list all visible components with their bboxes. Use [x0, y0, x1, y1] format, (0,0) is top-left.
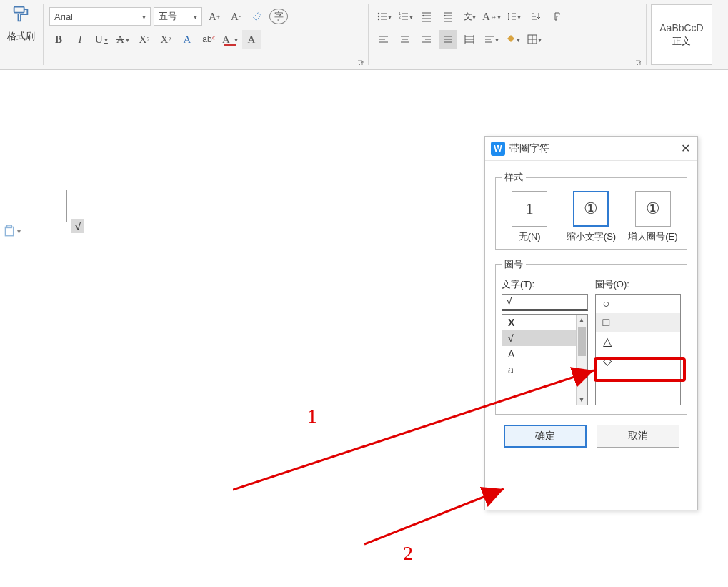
style-enlarge-preview: ① — [635, 191, 671, 227]
shape-column: 圈号(O): ○ □ △ ◇ — [595, 278, 682, 405]
underline-button[interactable]: U▾ — [92, 30, 111, 49]
font-name-value: Arial — [54, 11, 73, 22]
list-item[interactable]: ◇ — [596, 351, 681, 370]
cursor-marker — [66, 190, 67, 222]
clear-format-button[interactable] — [248, 7, 266, 26]
scroll-thumb[interactable] — [578, 327, 586, 356]
font-size-dropdown[interactable]: 五号 ▾ — [154, 7, 202, 26]
style-option-shrink[interactable]: ① 缩小文字(S) — [563, 191, 619, 243]
style-shrink-label: 缩小文字(S) — [563, 231, 619, 243]
dialog-title: 带圈字符 — [509, 142, 549, 155]
char-scale-button[interactable]: A↔▾ — [482, 7, 502, 26]
style-gallery[interactable]: AaBbCcD 正文 — [651, 4, 712, 65]
text-options-list[interactable]: X √ A a ▲ ▼ — [502, 314, 588, 405]
text-direction-button[interactable]: 文▾ — [460, 7, 479, 26]
enclose-group-label: 圈号 — [502, 258, 526, 271]
sort-button[interactable] — [526, 7, 544, 26]
enclose-group: 圈号 文字(T): X √ A a ▲ ▼ — [495, 258, 687, 415]
style-option-enlarge[interactable]: ① 增大圈号(E) — [625, 191, 681, 243]
dialog-titlebar: W 带圈字符 ✕ — [485, 137, 697, 161]
list-item[interactable]: √ — [502, 330, 587, 346]
superscript-button[interactable]: X2 — [135, 30, 154, 49]
paragraph-group: ▾ 12▾ 文▾ A↔▾ ▾ ▾ ▾ ▾ — [370, 0, 644, 69]
enclose-char-dialog: W 带圈字符 ✕ 样式 1 无(N) ① 缩小文字(S) ① 增大圈号(E) — [484, 136, 698, 510]
paragraph-group-launcher-icon[interactable] — [634, 59, 643, 68]
shrink-font-button[interactable]: A- — [226, 7, 245, 26]
list-item[interactable]: X — [502, 315, 587, 330]
svg-point-1 — [377, 13, 379, 14]
text-effects-button[interactable]: A — [178, 30, 196, 49]
list-item[interactable]: a — [502, 362, 587, 378]
chevron-down-icon: ▾ — [142, 13, 146, 21]
bold-button[interactable]: B — [49, 30, 68, 49]
svg-text:2: 2 — [399, 15, 401, 19]
style-sample: AaBbCcD — [659, 19, 703, 34]
list-item[interactable]: □ — [596, 313, 681, 332]
bullets-button[interactable]: ▾ — [374, 7, 393, 26]
show-marks-button[interactable] — [547, 7, 566, 26]
list-item[interactable]: A — [502, 346, 587, 362]
strikethrough-button[interactable]: A▾ — [114, 30, 132, 49]
svg-rect-7 — [5, 227, 13, 235]
format-painter-group: 格式刷 — [0, 0, 41, 69]
increase-indent-button[interactable] — [439, 7, 457, 26]
grow-font-button[interactable]: A+ — [205, 7, 224, 26]
style-none-label: 无(N) — [502, 231, 557, 243]
chevron-down-icon: ▾ — [194, 13, 197, 21]
document-header-space — [0, 70, 728, 104]
shading-button[interactable]: ▾ — [503, 30, 522, 49]
selected-character: √ — [71, 219, 84, 233]
line-spacing-button[interactable]: ▾ — [504, 7, 523, 26]
style-enlarge-label: 增大圈号(E) — [625, 231, 681, 243]
italic-button[interactable]: I — [71, 30, 89, 49]
style-group: 样式 1 无(N) ① 缩小文字(S) ① 增大圈号(E) — [495, 171, 687, 250]
align-left-button[interactable] — [374, 30, 393, 49]
style-label: 正文 — [672, 34, 691, 51]
style-none-preview: 1 — [512, 191, 547, 227]
close-button[interactable]: ✕ — [681, 142, 690, 155]
ribbon: 格式刷 Arial ▾ 五号 ▾ A+ A- 字 B I U▾ A▾ X2 — [0, 0, 728, 70]
font-group-launcher-icon[interactable] — [356, 59, 365, 68]
svg-line-10 — [364, 489, 504, 544]
scrollbar[interactable]: ▲ ▼ — [576, 315, 587, 405]
tab-settings-button[interactable]: ▾ — [482, 30, 500, 49]
scroll-down-icon[interactable]: ▼ — [578, 394, 585, 405]
format-painter-label: 格式刷 — [7, 30, 35, 43]
svg-point-3 — [377, 19, 379, 20]
text-input[interactable] — [502, 294, 588, 311]
highlight-button[interactable]: A — [242, 30, 261, 49]
decrease-indent-button[interactable] — [417, 7, 436, 26]
phonetic-guide-button[interactable]: abᶜ — [199, 30, 218, 49]
align-center-button[interactable] — [396, 30, 414, 49]
distribute-button[interactable] — [460, 30, 479, 49]
font-size-value: 五号 — [159, 10, 177, 23]
enclose-char-button[interactable]: 字 — [269, 9, 288, 24]
annotation-label-2: 2 — [403, 542, 413, 565]
style-option-none[interactable]: 1 无(N) — [502, 191, 557, 243]
annotation-label-1: 1 — [307, 405, 317, 428]
wps-logo-icon: W — [491, 142, 505, 156]
paste-options-icon[interactable]: ▾ — [3, 225, 21, 237]
align-justify-button[interactable] — [439, 30, 457, 49]
font-group: Arial ▾ 五号 ▾ A+ A- 字 B I U▾ A▾ X2 X2 A a… — [45, 0, 367, 69]
text-column: 文字(T): X √ A a ▲ ▼ — [502, 278, 588, 405]
cancel-button[interactable]: 取消 — [597, 425, 679, 448]
list-item[interactable]: △ — [596, 332, 681, 351]
scroll-up-icon[interactable]: ▲ — [578, 315, 585, 325]
list-item[interactable]: ○ — [596, 295, 681, 313]
style-shrink-preview: ① — [573, 191, 609, 227]
svg-rect-0 — [14, 7, 24, 13]
shape-options-list[interactable]: ○ □ △ ◇ — [595, 294, 682, 405]
borders-button[interactable]: ▾ — [524, 30, 543, 49]
font-name-dropdown[interactable]: Arial ▾ — [49, 7, 151, 26]
numbering-button[interactable]: 12▾ — [396, 7, 414, 26]
svg-point-2 — [377, 16, 379, 17]
subscript-button[interactable]: X2 — [156, 30, 175, 49]
shape-column-label: 圈号(O): — [595, 278, 682, 291]
format-painter-icon[interactable] — [11, 4, 31, 24]
style-group-label: 样式 — [502, 171, 526, 184]
align-right-button[interactable] — [417, 30, 436, 49]
ok-button[interactable]: 确定 — [504, 425, 587, 448]
font-color-button[interactable]: A▾ — [221, 30, 239, 49]
text-column-label: 文字(T): — [502, 278, 588, 291]
